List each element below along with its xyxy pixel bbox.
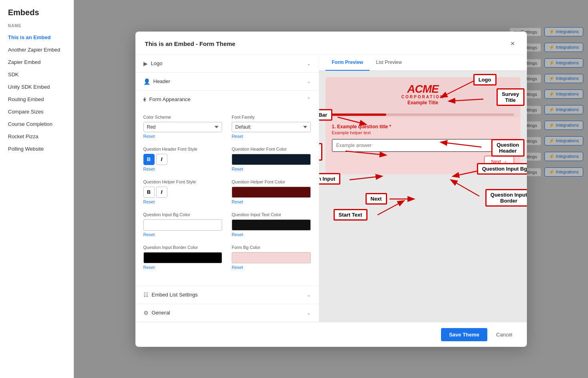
close-button[interactable]: × <box>508 39 517 49</box>
preview-question-area: 1. Example question title * Example help… <box>326 117 520 174</box>
sidebar-item-routing-embed[interactable]: Routing Embed <box>0 93 74 105</box>
preview-body: ACME CORPORATION Example Title <box>319 71 527 322</box>
q-header-color-reset[interactable]: Reset <box>232 167 311 171</box>
form-bg-swatch[interactable] <box>232 252 311 263</box>
color-scheme-col: Color Scheme Red Blue Green Reset <box>143 115 222 139</box>
tab-form-preview[interactable]: Form Preview <box>326 55 370 71</box>
sidebar-item-sdk[interactable]: SDK <box>0 68 74 81</box>
sidebar-item-rocket-pizza[interactable]: Rocket Pizza <box>0 130 74 143</box>
form-row-q-input: Question Input Bg Color Reset Question I… <box>143 212 311 237</box>
accordion-general-left: ⚙ General <box>143 310 170 316</box>
cancel-button[interactable]: Cancel <box>491 328 517 341</box>
preview-relative: ACME CORPORATION Example Title <box>326 77 520 174</box>
q-input-bg-col: Question Input Bg Color Reset <box>143 212 222 237</box>
q-header-color-swatch[interactable] <box>232 154 311 165</box>
font-family-reset[interactable]: Reset <box>232 134 311 139</box>
sidebar: Embeds NAME This is an Embed Another Zap… <box>0 0 74 378</box>
q-helper-font-style-label: Question Helper Font Style <box>143 179 222 184</box>
accordion-header-left: 👤 Header <box>143 78 171 85</box>
q-helper-style-reset[interactable]: Reset <box>143 199 222 204</box>
q-header-font-style-label: Question Header Font Style <box>143 147 222 151</box>
sidebar-item-another-zapier-embed[interactable]: Another Zapier Embed <box>0 44 74 56</box>
accordion-general-label: General <box>152 310 170 316</box>
accordion-general-header[interactable]: ⚙ General ⌄ <box>135 304 319 322</box>
q-input-border-reset[interactable]: Reset <box>143 265 222 270</box>
annotation-question-input-border: Question InputBorder <box>485 189 527 207</box>
font-family-label: Font Family <box>232 115 311 119</box>
accordion-logo-left: ▶ Logo <box>143 60 163 67</box>
accordion-logo-header[interactable]: ▶ Logo ⌄ <box>135 55 319 72</box>
accordion-embed-list: ☷ Embed List Settings ⌄ <box>135 286 319 304</box>
save-theme-button[interactable]: Save Theme <box>441 328 487 341</box>
annotation-start-text: Start Text <box>334 209 368 221</box>
acme-example-title: Example Title <box>332 100 514 105</box>
q-input-border-col: Question Input Border Color Reset <box>143 245 222 270</box>
sidebar-item-this-is-an-embed[interactable]: This is an Embed <box>0 31 74 44</box>
q-helper-color-swatch[interactable] <box>232 187 311 198</box>
accordion-general: ⚙ General ⌄ <box>135 304 319 322</box>
modal-footer: Save Theme Cancel <box>135 322 527 347</box>
modal-title: This is an Embed - Form Theme <box>145 40 236 47</box>
q-input-bg-swatch[interactable] <box>143 219 222 231</box>
sidebar-item-polling-website[interactable]: Polling Website <box>0 143 74 155</box>
chevron-up-icon-form-appearance: ⌃ <box>307 97 311 102</box>
tab-list-preview[interactable]: List Preview <box>369 55 408 71</box>
q-helper-font-color-label: Question Helper Font Color <box>232 179 311 184</box>
font-family-select[interactable]: Default Arial <box>232 122 311 132</box>
accordion-header-header[interactable]: 👤 Header ⌄ <box>135 73 319 90</box>
sidebar-item-compare-sizes[interactable]: Compare Sizes <box>0 105 74 118</box>
q-helper-font-style-group: B I <box>143 187 222 198</box>
general-icon: ⚙ <box>143 310 149 316</box>
q-input-text-swatch[interactable] <box>232 219 311 231</box>
chevron-down-icon-embed-list: ⌄ <box>307 292 311 298</box>
preview-next-button[interactable]: Next → <box>484 156 514 168</box>
right-panel: Form Preview List Preview ACME CORPORATI… <box>319 55 527 322</box>
color-scheme-select[interactable]: Red Blue Green <box>143 122 222 132</box>
q-helper-color-reset[interactable]: Reset <box>232 199 311 204</box>
q-header-font-color-label: Question Header Font Color <box>232 147 311 151</box>
q-helper-bold-button[interactable]: B <box>143 187 155 198</box>
annotation-question-input: Question Input <box>319 173 341 185</box>
svg-line-7 <box>451 180 479 196</box>
q-input-border-swatch[interactable] <box>143 252 222 263</box>
q-header-italic-button[interactable]: I <box>156 154 167 165</box>
color-scheme-reset[interactable]: Reset <box>143 134 222 139</box>
form-appearance-body: Color Scheme Red Blue Green Reset <box>135 108 319 286</box>
annotation-question-helper: QuestionHelper <box>319 143 322 161</box>
preview-answer-input[interactable] <box>332 139 514 152</box>
acme-logo-corp: CORPORATION <box>332 95 514 99</box>
q-input-bg-reset[interactable]: Reset <box>143 232 222 237</box>
preview-progress-area <box>326 112 520 117</box>
q-header-style-reset[interactable]: Reset <box>143 167 222 171</box>
svg-line-8 <box>377 201 403 215</box>
q-header-bold-button[interactable]: B <box>143 154 155 165</box>
q-input-text-reset[interactable]: Reset <box>232 232 311 237</box>
form-appearance-icon: ⧳ <box>143 96 146 103</box>
accordion-embed-list-header[interactable]: ☷ Embed List Settings ⌄ <box>135 286 319 304</box>
form-bg-reset[interactable]: Reset <box>232 265 311 270</box>
sidebar-item-unity-sdk-embed[interactable]: Unity SDK Embed <box>0 81 74 93</box>
accordion-form-appearance-left: ⧳ Form Appearance <box>143 96 191 103</box>
header-icon: 👤 <box>143 78 150 85</box>
preview-progress-fill <box>332 113 387 116</box>
q-helper-font-color-col: Question Helper Font Color Reset <box>232 179 311 204</box>
accordion-header-label: Header <box>153 78 171 84</box>
modal-body: ▶ Logo ⌄ 👤 Header <box>135 55 527 322</box>
logo-icon: ▶ <box>143 60 148 67</box>
chevron-down-icon-general: ⌄ <box>307 310 311 316</box>
q-helper-font-style-col: Question Helper Font Style B I Reset <box>143 179 222 204</box>
accordion-embed-list-left: ☷ Embed List Settings <box>143 292 198 298</box>
accordion-embed-list-label: Embed List Settings <box>152 292 198 298</box>
sidebar-item-course-completion[interactable]: Course Completion <box>0 118 74 130</box>
form-bg-label: Form Bg Color <box>232 245 311 250</box>
left-panel: ▶ Logo ⌄ 👤 Header <box>135 55 319 322</box>
accordion-form-appearance-header[interactable]: ⧳ Form Appearance ⌃ <box>135 91 319 108</box>
q-input-bg-label: Question Input Bg Color <box>143 212 222 217</box>
q-input-border-label: Question Input Border Color <box>143 245 222 250</box>
sidebar-item-zapier-embed[interactable]: Zapier Embed <box>0 56 74 68</box>
q-header-font-style-group: B I <box>143 154 222 165</box>
q-helper-italic-button[interactable]: I <box>156 187 167 198</box>
q-input-text-label: Question Input Text Color <box>232 212 311 217</box>
chevron-down-icon-logo: ⌄ <box>307 61 311 66</box>
accordion-header: 👤 Header ⌄ <box>135 73 319 91</box>
